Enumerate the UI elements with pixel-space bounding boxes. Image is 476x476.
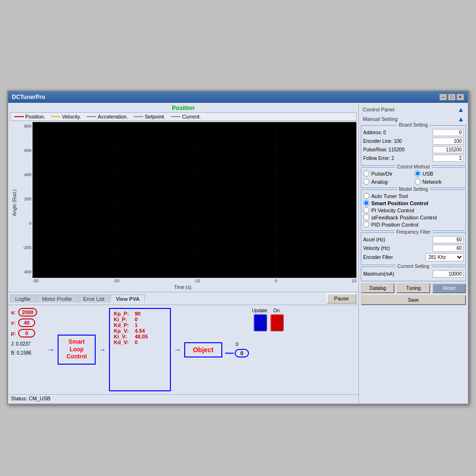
model-stfeedback: stFeedback Position Control (363, 214, 464, 220)
radio-analog: Analog (363, 178, 413, 185)
auto-tuner-label: Auto Tuner Tool (371, 193, 408, 199)
p-state: p: 0 (11, 329, 44, 337)
kiv-label: Ki_V: (114, 334, 133, 339)
object-box: Object (184, 342, 222, 357)
control-panel-arrow[interactable]: ▲ (457, 106, 464, 113)
address-label: Address: 0 (363, 130, 433, 135)
tab-logfile[interactable]: Logfile (10, 295, 36, 303)
chart-canvas (32, 122, 357, 278)
v-value[interactable]: 40 (18, 318, 35, 327)
reset-button[interactable]: Reset (432, 283, 466, 293)
v-state: v: 40 (11, 318, 44, 327)
accel-input[interactable] (433, 236, 464, 243)
b-value: B: 0.1586 (11, 350, 44, 356)
encoder-input[interactable] (433, 138, 464, 145)
control-panel-header: Control Panel ▲ (361, 105, 466, 114)
frequency-filter-group: Frequency Filter Accel (Hz) Velocity (Hz… (361, 232, 466, 265)
minimize-btn[interactable]: — (439, 94, 447, 100)
update-on-section: Update. On. (252, 308, 284, 391)
model-pid-position: PID Position Control (363, 221, 464, 228)
x-tick-0: 0 (275, 278, 277, 283)
address-row: Address: 0 (363, 129, 464, 136)
pulse-label: Pulse/Row: 115200 (363, 147, 433, 152)
tab-error-list[interactable]: Error List (78, 295, 110, 303)
model-setting-label: Model Setting (397, 187, 430, 192)
left-panel: Position Position. Velocity. Acceleratio… (8, 103, 358, 404)
velocity-filter-row: Velocity (Hz) (363, 245, 464, 252)
kpp-label: Kp_P: (114, 311, 133, 317)
kdp-value: 1 (135, 322, 138, 328)
tuning-button[interactable]: Tuning (397, 283, 430, 293)
a-label: a: (11, 309, 17, 315)
maximum-label: Maximum(mA) (363, 271, 433, 277)
close-btn[interactable]: ✕ (456, 94, 464, 100)
pid-row-kdv: Kd_V: 0 (114, 339, 166, 345)
x-axis-label: Time (s). (10, 285, 357, 290)
manual-setting-title: Manual Setting (363, 116, 397, 122)
y-tick-neg400: -400 (23, 269, 31, 274)
follow-input[interactable] (433, 155, 464, 162)
y-tick-800: 800 (24, 124, 31, 129)
main-content: Position Position. Velocity. Acceleratio… (8, 103, 468, 404)
pid-row-kdp: Kd_P: 1 (114, 322, 166, 328)
a-value[interactable]: 2000 (18, 308, 37, 317)
legend-position-label: Position. (25, 114, 45, 119)
address-input[interactable] (433, 129, 464, 136)
datalog-button[interactable]: Datalog (361, 283, 395, 293)
legend-acceleration-label: Acceleration. (98, 114, 128, 119)
encoder-filter-select[interactable]: 281 Khz 140 Khz 70 Khz (426, 253, 464, 261)
pid-row-kpv: Kp_V: 4.54 (114, 328, 166, 334)
save-buttons: Save (361, 295, 466, 305)
legend-setpoint-label: Setpoint. (145, 114, 165, 119)
arrow-to-pid: → (99, 308, 106, 391)
radio-network: Network (415, 178, 464, 185)
a-state: a: 2000 (11, 308, 44, 317)
right-panel: Control Panel ▲ Manual Setting ▲ Board S… (358, 103, 468, 404)
follow-label: Follow Error: 2 (363, 156, 433, 161)
network-label: Network (423, 179, 442, 185)
tab-motor-profile[interactable]: Motor Profile (37, 295, 77, 303)
arrow-to-smart-loop: → (47, 308, 55, 391)
state-box: a: 2000 v: 40 p: 0 J: 0.0237 B: 0.1586 (11, 308, 44, 391)
control-panel-title: Control Panel (363, 107, 395, 112)
on-button[interactable] (270, 314, 284, 331)
board-setting-group: Board Setting Address: 0 Encoder Line: 1… (361, 125, 466, 166)
kpv-value: 4.54 (135, 328, 145, 334)
manual-setting-arrow[interactable]: ▲ (457, 115, 464, 123)
chart-section: Position Position. Velocity. Acceleratio… (8, 103, 358, 292)
pid-params-box: Kp_P: 90 Ki_P: 0 Kd_P: 1 Kp_V: 4.54 (109, 308, 171, 391)
v-label: v: (11, 320, 17, 326)
y-tick-neg200: -200 (23, 245, 31, 250)
radio-pulse-dir: Pulse/Dir (363, 170, 413, 177)
kpp-value: 90 (135, 311, 140, 317)
control-method-left: Pulse/Dir Analog (363, 169, 413, 186)
accel-label: Accel (Hz) (363, 237, 433, 242)
maximize-btn[interactable]: □ (448, 94, 456, 100)
model-pi-velocity: PI Velocity Control (363, 207, 464, 213)
stfeedback-label: stFeedback Position Control (371, 215, 437, 220)
chart-title: Position (10, 105, 357, 111)
pid-row-kpp: Kp_P: 90 (114, 311, 166, 317)
model-setting-group: Model Setting Auto Tuner Tool Smart Posi… (361, 189, 466, 231)
smart-loop-control: SmartLoopControl (58, 335, 96, 365)
frequency-filter-label: Frequency Filter (394, 229, 432, 235)
smart-position-label: Smart Position Control (371, 200, 428, 206)
titlebar: DCTunerPro — □ ✕ (8, 91, 468, 103)
velocity-filter-label: Velocity (Hz) (363, 246, 433, 251)
p-value[interactable]: 0 (18, 329, 35, 337)
kip-value: 0 (135, 317, 138, 322)
encoder-label: Encoder Line: 100 (363, 139, 433, 144)
current-setting-label: Current Setting (396, 264, 431, 269)
legend-velocity-label: Velocity. (62, 114, 81, 119)
legend-velocity: Velocity. (51, 114, 81, 119)
pause-button[interactable]: Pause (327, 293, 357, 304)
tab-view-pva[interactable]: View PVA (110, 295, 145, 303)
maximum-input[interactable] (433, 270, 464, 278)
velocity-filter-input[interactable] (433, 245, 464, 252)
y-tick-0: 0 (29, 221, 31, 226)
save-button[interactable]: Save (361, 295, 466, 305)
update-button[interactable] (254, 314, 267, 331)
pid-row-kiv: Ki_V: 48.05 (114, 334, 166, 339)
pulse-input[interactable] (433, 146, 464, 153)
follow-row: Follow Error: 2 (363, 155, 464, 162)
